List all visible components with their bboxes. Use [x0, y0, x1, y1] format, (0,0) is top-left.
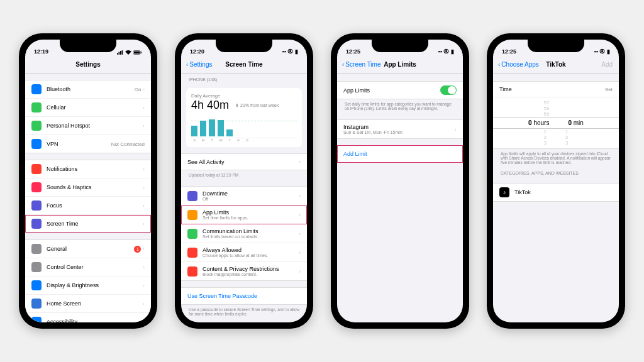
tiktok-icon: ♪ — [499, 187, 509, 197]
back-button[interactable]: ‹ Screen Time — [342, 61, 380, 68]
sig-icon — [31, 102, 42, 112]
settings-row-screen-time[interactable]: Screen Time › — [25, 215, 151, 233]
app-row-tiktok[interactable]: ♪ TikTok — [493, 184, 619, 201]
status-bar: 12:25 ▪▪ ⦿ ▮ — [337, 40, 463, 56]
svg-rect-2 — [120, 51, 121, 55]
status-bar: 12:20 ▪▪ ⦿ ▮ — [181, 40, 307, 56]
feature-icon — [187, 229, 197, 239]
status-bar: 12:25 ▪▪ ⦿ ▮ — [493, 40, 619, 56]
time-row[interactable]: Time Set — [493, 82, 619, 97]
status-icons — [117, 50, 142, 55]
svg-rect-0 — [117, 53, 118, 55]
settings-row-control-center[interactable]: Control Center › — [25, 258, 151, 277]
bell-icon — [31, 164, 42, 174]
settings-row-bluetooth[interactable]: Bluetooth On › — [25, 80, 151, 99]
gear-icon — [31, 244, 42, 254]
page-title: App Limits — [384, 61, 416, 68]
see-all-activity[interactable]: See All Activity› — [181, 154, 307, 170]
trend-text: ⬇ 21% from last week — [235, 103, 279, 108]
chart-bar — [226, 129, 233, 136]
chart-bar — [191, 126, 197, 136]
section-label: IPHONE (148) — [181, 74, 307, 83]
limit-row-instagram[interactable]: Instagram Sun & Sat 1hr, Mon–Fri 15min › — [337, 120, 463, 138]
settings-row-cellular[interactable]: Cellular › — [25, 99, 151, 117]
feature-row-always-allowed[interactable]: Always AllowedChoose apps to allow at al… — [181, 243, 307, 262]
limit-note: App limits will apply to all of your dev… — [493, 149, 619, 167]
add-button[interactable]: Add — [601, 61, 613, 68]
svg-rect-1 — [119, 52, 120, 55]
chart-bar — [200, 121, 206, 136]
stat-label: Daily Average — [191, 93, 297, 99]
grid-icon — [31, 299, 42, 309]
svg-rect-3 — [122, 50, 123, 55]
page-title: TikTok — [546, 61, 565, 68]
phone-settings: 12:19 Settings Bluetooth On › Cellular ›… — [19, 33, 157, 329]
settings-list[interactable]: Bluetooth On › Cellular › Personal Hotsp… — [25, 74, 151, 322]
feature-icon — [187, 210, 197, 220]
usage-card: Daily Average 4h 40m ⬇ 21% from last wee… — [186, 88, 302, 147]
status-bar: 12:19 — [25, 40, 151, 56]
snd-icon — [31, 182, 42, 192]
cc-icon — [31, 262, 42, 272]
feature-icon — [187, 191, 197, 201]
feature-row-communication-limits[interactable]: Communication LimitsSet limits based on … — [181, 224, 307, 243]
acc-icon — [31, 317, 42, 322]
navbar: Settings — [25, 56, 151, 74]
navbar: ‹ Choose Apps TikTok Add — [493, 56, 619, 74]
moon-icon — [31, 200, 42, 211]
settings-row-display-brightness[interactable]: Display & Brightness › — [25, 277, 151, 295]
feature-row-downtime[interactable]: DowntimeOff › — [181, 187, 307, 206]
link-icon — [31, 121, 42, 131]
phone-screentime: 12:20 ▪▪ ⦿ ▮ ‹ Settings Screen Time IPHO… — [175, 33, 313, 329]
daily-average-value: 4h 40m — [191, 99, 229, 112]
status-time: 12:25 — [346, 48, 360, 55]
feature-row-content-privacy-restrictions[interactable]: Content & Privacy RestrictionsBlock inap… — [181, 262, 307, 280]
vpn-icon — [31, 139, 42, 149]
chart-bar — [218, 120, 224, 136]
chart-xlabels: SMTWTFS — [191, 138, 297, 142]
toggle-note: Set daily time limits for app categories… — [337, 99, 463, 113]
feature-icon — [187, 266, 197, 277]
feature-icon — [187, 248, 197, 258]
settings-row-personal-hotspot[interactable]: Personal Hotspot › — [25, 117, 151, 135]
settings-row-sounds-haptics[interactable]: Sounds & Haptics › — [25, 178, 151, 197]
passcode-note: Use a passcode to secure Screen Time set… — [181, 305, 307, 319]
updated-text: Updated today at 12:19 PM — [181, 170, 307, 180]
bt-icon — [31, 84, 42, 94]
add-limit-button[interactable]: Add Limit — [337, 146, 463, 162]
navbar: ‹ Screen Time App Limits — [337, 56, 463, 74]
phone-tiktok-limit: 12:25 ▪▪ ⦿ ▮ ‹ Choose Apps TikTok Add Ti… — [487, 33, 625, 329]
settings-row-focus[interactable]: Focus › — [25, 197, 151, 215]
use-passcode-link[interactable]: Use Screen Time Passcode — [181, 288, 307, 304]
status-time: 12:25 — [502, 48, 516, 55]
categories-label: CATEGORIES, APPS, AND WEBSITES — [493, 167, 619, 177]
time-picker[interactable]: 57 58 59 0 hours 0 min 11 22 33 — [493, 97, 619, 148]
chart-bar — [209, 119, 215, 136]
settings-row-home-screen[interactable]: Home Screen › — [25, 295, 151, 313]
settings-row-general[interactable]: General 1 › — [25, 240, 151, 258]
svg-rect-5 — [134, 52, 140, 54]
settings-row-notifications[interactable]: Notifications › — [25, 160, 151, 178]
usage-chart — [191, 116, 297, 138]
status-icons: ▪▪ ⦿ ▮ — [282, 48, 298, 55]
navbar: ‹ Settings Screen Time — [181, 56, 307, 74]
status-icons: ▪▪ ⦿ ▮ — [594, 48, 610, 55]
app-limits-toggle-row[interactable]: App Limits — [337, 82, 463, 99]
page-title: Settings — [75, 61, 100, 68]
settings-row-accessibility[interactable]: Accessibility › — [25, 313, 151, 322]
page-title: Screen Time — [225, 61, 262, 68]
toggle-label: App Limits — [343, 87, 370, 94]
status-icons: ▪▪ ⦿ ▮ — [438, 48, 454, 55]
status-time: 12:19 — [34, 48, 48, 55]
status-time: 12:20 — [190, 48, 204, 55]
app-limits-toggle[interactable] — [440, 85, 457, 95]
phone-applimits: 12:25 ▪▪ ⦿ ▮ ‹ Screen Time App Limits Ap… — [331, 33, 469, 329]
feature-row-app-limits[interactable]: App LimitsSet time limits for apps. › — [181, 206, 307, 224]
settings-row-vpn[interactable]: VPN Not Connected — [25, 135, 151, 153]
aa-icon — [31, 280, 42, 290]
svg-rect-6 — [141, 52, 142, 53]
back-button[interactable]: ‹ Settings — [186, 61, 212, 68]
hour-icon — [31, 219, 42, 229]
back-button[interactable]: ‹ Choose Apps — [498, 61, 539, 68]
